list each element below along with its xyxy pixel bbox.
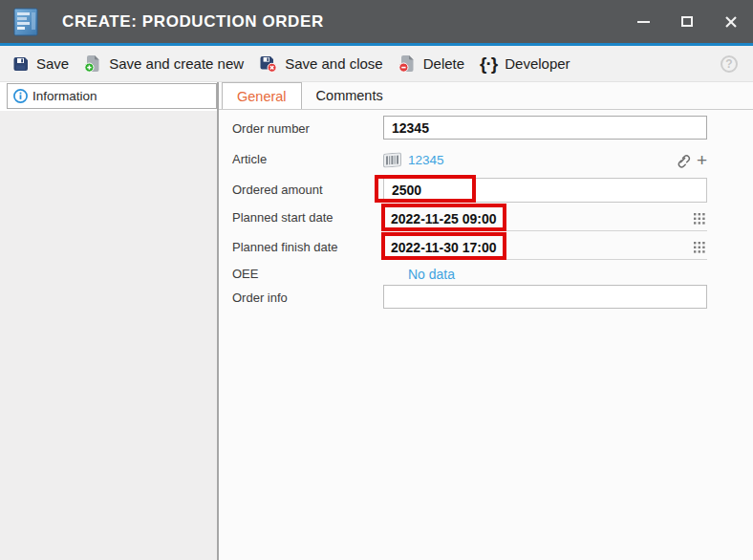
file-plus-icon	[84, 54, 101, 73]
developer-braces-icon: {·}	[480, 54, 497, 73]
app-document-icon	[13, 8, 38, 36]
delete-label: Delete	[423, 55, 464, 72]
planned-start-date-field[interactable]: 2022-11-25 09:00	[383, 206, 707, 231]
order-info-input[interactable]	[383, 285, 707, 309]
tab-general[interactable]: General	[222, 82, 302, 109]
production-order-window: CREATE: PRODUCTION ORDER Save	[0, 0, 753, 560]
oee-row: No data	[383, 266, 707, 283]
window-title: CREATE: PRODUCTION ORDER	[62, 12, 324, 32]
floppy-close-icon	[259, 55, 277, 73]
minimize-button[interactable]	[621, 0, 665, 43]
add-article-icon[interactable]: +	[697, 151, 707, 169]
grid-dots-icon	[694, 242, 705, 253]
ordered-amount-input[interactable]	[383, 178, 707, 203]
content-area: Information General Comments Order numbe…	[0, 82, 753, 560]
order-number-input[interactable]	[383, 116, 707, 140]
order-number-label: Order number	[232, 121, 377, 136]
save-and-create-new-label: Save and create new	[109, 55, 244, 72]
form: Order number Article 12345	[219, 115, 753, 560]
file-delete-icon	[398, 54, 416, 73]
oee-no-data-link[interactable]: No data	[408, 267, 455, 282]
article-label: Article	[232, 152, 377, 166]
planned-finish-date-picker-button[interactable]	[694, 242, 705, 253]
save-and-create-new-button[interactable]: Save and create new	[78, 51, 253, 76]
delete-button[interactable]: Delete	[393, 51, 474, 76]
sidebar-information-label: Information	[32, 89, 97, 103]
window-controls	[621, 0, 753, 43]
planned-start-date-value: 2022-11-25 09:00	[383, 211, 497, 226]
grid-dots-icon	[694, 213, 705, 225]
planned-finish-date-value: 2022-11-30 17:00	[383, 240, 497, 255]
planned-start-date-picker-button[interactable]	[694, 213, 705, 225]
planned-finish-date-field[interactable]: 2022-11-30 17:00	[383, 235, 707, 260]
planned-finish-date-label: Planned finish date	[232, 240, 377, 254]
article-actions: +	[675, 151, 707, 169]
tab-comments[interactable]: Comments	[302, 82, 398, 109]
order-info-label: Order info	[232, 291, 377, 305]
article-row: 12345 +	[383, 149, 707, 170]
close-button[interactable]	[709, 0, 753, 43]
help-icon[interactable]: ?	[721, 55, 738, 73]
close-icon	[724, 15, 738, 29]
planned-start-date-label: Planned start date	[232, 210, 377, 225]
save-label: Save	[36, 55, 69, 72]
minimize-icon	[637, 21, 650, 23]
save-and-close-label: Save and close	[285, 55, 383, 72]
save-floppy-icon	[12, 56, 29, 72]
developer-label: Developer	[505, 55, 570, 72]
link-icon[interactable]	[675, 152, 691, 168]
save-and-close-button[interactable]: Save and close	[253, 52, 393, 76]
info-icon	[12, 88, 29, 104]
tab-strip: General Comments	[219, 82, 753, 110]
maximize-button[interactable]	[665, 0, 709, 43]
sidebar-information-header[interactable]: Information	[7, 83, 217, 109]
article-link[interactable]: 12345	[408, 153, 444, 167]
ordered-amount-label: Ordered amount	[232, 183, 377, 197]
barcode-icon	[383, 152, 401, 167]
main-panel: General Comments Order number Article	[219, 82, 753, 560]
developer-button[interactable]: {·} Developer	[474, 51, 580, 76]
titlebar: CREATE: PRODUCTION ORDER	[0, 0, 753, 43]
save-button[interactable]: Save	[7, 52, 78, 75]
oee-label: OEE	[232, 267, 377, 281]
maximize-icon	[681, 16, 693, 27]
sidebar: Information	[0, 82, 219, 560]
toolbar: Save Save and create new Save and close	[0, 46, 753, 82]
